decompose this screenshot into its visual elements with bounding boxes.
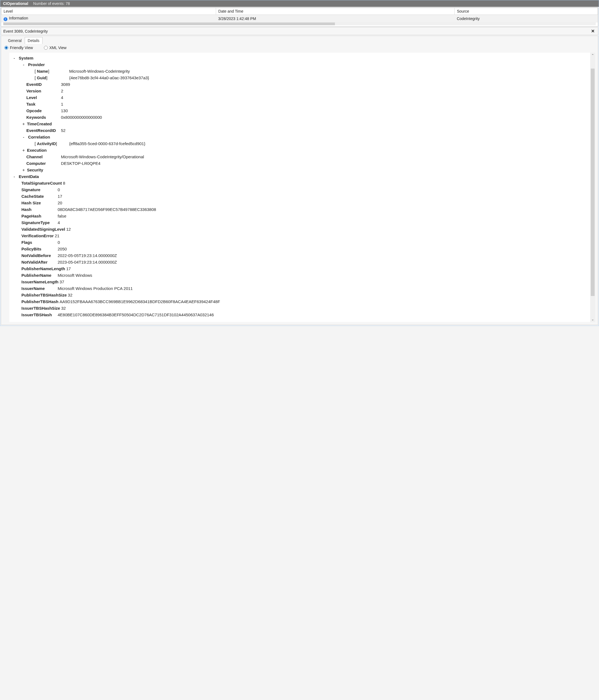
scroll-up-icon[interactable]: ⌃ (590, 53, 595, 58)
node-provider[interactable]: - Provider (12, 61, 588, 68)
ed-publishertbshashsize: PublisherTBSHashSize32 (12, 292, 588, 298)
expander-icon[interactable]: - (12, 55, 17, 61)
scroll-down-icon[interactable]: ⌄ (590, 317, 595, 322)
window-title: CIOperational (3, 1, 28, 6)
ed-notvalidbefore: NotValidBefore2022-05-05T19:23:14.000000… (12, 252, 588, 259)
system-level: Level4 (12, 94, 588, 101)
system-eventid: EventID3089 (12, 81, 588, 88)
expander-icon[interactable]: - (12, 173, 17, 180)
cell-source: CodeIntegrity (455, 15, 598, 23)
node-security[interactable]: + Security (12, 167, 588, 173)
ed-hashsize: Hash Size20 (12, 200, 588, 206)
system-opcode: Opcode130 (12, 107, 588, 114)
detail-title: Event 3089, CodeIntegrity (3, 29, 48, 33)
ed-publishertbshash: PublisherTBSHashAA9D152FBAAA6763BCC969BB… (12, 298, 588, 305)
ed-issuernamelength: IssuerNameLength37 (12, 279, 588, 285)
expander-icon[interactable]: - (21, 61, 26, 68)
tab-details[interactable]: Details (25, 37, 43, 44)
ed-validatedsigninglevel: ValidatedSigningLevel12 (12, 226, 588, 233)
system-keywords: Keywords0x8000000000000000 (12, 114, 588, 121)
system-computer: ComputerDESKTOP-LR0QPE4 (12, 160, 588, 167)
ed-issuertbshashsize: IssuerTBSHashSize32 (12, 305, 588, 311)
ed-verificationerror: VerificationError21 (12, 233, 588, 239)
expander-icon[interactable]: - (21, 134, 26, 141)
col-source[interactable]: Source (455, 8, 598, 15)
col-level[interactable]: Level (1, 8, 216, 15)
node-execution[interactable]: + Execution (12, 147, 588, 154)
info-icon: i (4, 17, 7, 21)
tab-general[interactable]: General (5, 37, 25, 44)
ed-pagehash: PageHashfalse (12, 213, 588, 220)
system-channel: ChannelMicrosoft-Windows-CodeIntegrity/O… (12, 154, 588, 160)
radio-xml-view[interactable]: XML View (44, 46, 67, 50)
ed-flags: Flags0 (12, 239, 588, 246)
expander-icon[interactable]: + (21, 121, 26, 127)
cell-datetime: 3/28/2023 1:42:48 PM (216, 15, 455, 23)
close-icon[interactable]: ✕ (590, 28, 596, 34)
radio-friendly-view[interactable]: Friendly View (4, 46, 33, 50)
ed-totalsignaturecount: TotalSignatureCount8 (12, 180, 588, 186)
node-eventdata[interactable]: - EventData (12, 173, 588, 180)
expander-icon[interactable]: + (21, 147, 26, 154)
ed-cachestate: CacheState17 (12, 193, 588, 200)
ed-signaturetype: SignatureType4 (12, 220, 588, 226)
system-version: Version2 (12, 88, 588, 94)
ed-publishername: PublisherNameMicrosoft Windows (12, 272, 588, 279)
detail-pane-header: Event 3089, CodeIntegrity ✕ (1, 27, 598, 35)
ed-signature: Signature0 (12, 186, 588, 193)
provider-guid: Guid{4ee76bd8-3cf4-44a0-a0ac-3937643e37a… (12, 75, 588, 81)
window-titlebar: CIOperational Number of events: 78 (0, 0, 599, 7)
node-system[interactable]: - System (12, 55, 588, 61)
node-timecreated[interactable]: + TimeCreated (12, 121, 588, 127)
provider-name: NameMicrosoft-Windows-CodeIntegrity (12, 68, 588, 75)
event-count: Number of events: 78 (33, 1, 70, 6)
ed-hash: Hash08D0A8C34B717AED56F99EC57B49788EC336… (12, 206, 588, 213)
col-datetime[interactable]: Date and Time (216, 8, 455, 15)
event-detail-tree: - System - Provider NameMicrosoft-Window… (9, 53, 590, 322)
ed-notvalidafter: NotValidAfter2023-05-04T19:23:14.0000000… (12, 259, 588, 266)
event-row[interactable]: iInformation 3/28/2023 1:42:48 PM CodeIn… (1, 15, 598, 23)
node-correlation[interactable]: - Correlation (12, 134, 588, 141)
radio-xml-input[interactable] (44, 46, 48, 50)
ed-publishernamelength: PublisherNameLength17 (12, 266, 588, 272)
detail-tabs: General Details (1, 36, 598, 44)
correlation-activityid: ActivityID{eff8a355-5ced-0000-637d-fcefe… (12, 141, 588, 147)
system-eventrecordid: EventRecordID52 (12, 127, 588, 134)
events-header-row: Level Date and Time Source (1, 8, 598, 15)
system-task: Task1 (12, 101, 588, 107)
ed-policybits: PolicyBits2050 (12, 246, 588, 252)
events-hscrollbar[interactable] (3, 23, 596, 25)
events-grid: Level Date and Time Source iInformation … (1, 7, 598, 27)
radio-friendly-input[interactable] (4, 46, 8, 50)
ed-issuername: IssuerNameMicrosoft Windows Production P… (12, 285, 588, 292)
ed-issuertbshash: IssuerTBSHash4E80BE107C860DE896384B3EFF5… (12, 311, 588, 318)
expander-icon[interactable]: + (21, 167, 26, 173)
cell-level: iInformation (1, 15, 216, 23)
detail-vscrollbar[interactable]: ⌃ ⌄ (590, 53, 595, 322)
